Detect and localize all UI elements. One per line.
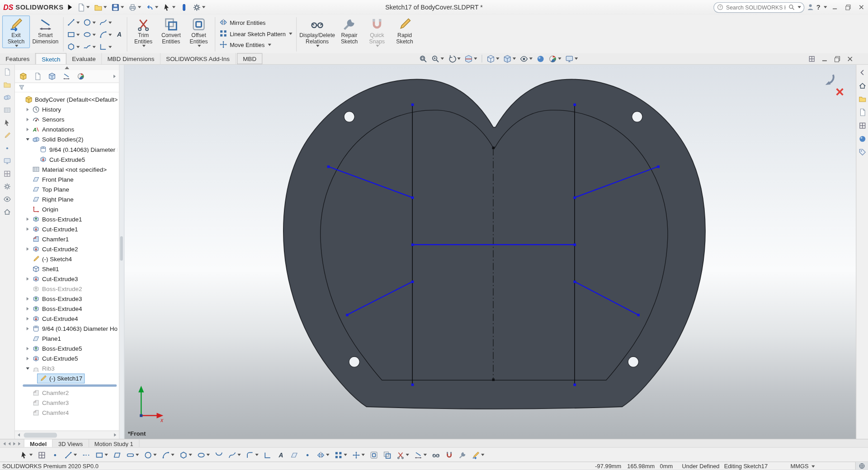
tree-item-chamfer1[interactable]: Chamfer1 xyxy=(15,234,119,244)
menu-flyout-arrow[interactable] xyxy=(68,5,72,10)
units-dropdown-icon[interactable] xyxy=(811,465,815,468)
hole-bottom-right[interactable] xyxy=(628,357,638,367)
collapse-panel-button[interactable] xyxy=(15,65,119,70)
view-settings-dropdown-icon[interactable] xyxy=(575,57,578,60)
text-tool-button[interactable]: A xyxy=(114,29,124,41)
left-strip-home-tool-button[interactable] xyxy=(2,207,12,216)
splitter-grip[interactable] xyxy=(120,236,123,261)
tree-item-annotations[interactable]: AAnnotations xyxy=(15,125,119,135)
scrollbar-thumb[interactable] xyxy=(24,432,57,437)
tree-item-chamfer3[interactable]: Chamfer3 xyxy=(15,398,119,408)
rect-tool-dropdown-icon[interactable] xyxy=(76,33,80,36)
tree-item-top-plane[interactable]: Top Plane xyxy=(15,184,119,194)
corner-tool-button[interactable] xyxy=(98,41,113,53)
previous-tab-icon[interactable] xyxy=(8,442,10,445)
new-document-button[interactable] xyxy=(75,2,91,12)
display-style-button[interactable] xyxy=(502,54,517,63)
display-delete-dropdown-icon[interactable] xyxy=(316,45,319,47)
convert-entities-button[interactable]: Convert Entities xyxy=(157,15,185,45)
circle-button[interactable] xyxy=(143,450,158,460)
tab-model[interactable]: Model xyxy=(24,439,53,447)
tree-item-origin[interactable]: Origin xyxy=(15,204,119,214)
left-strip-select-tool-button[interactable] xyxy=(2,118,12,127)
spline-button[interactable] xyxy=(227,450,242,460)
straight-slot-dropdown-icon[interactable] xyxy=(136,454,139,456)
close-document-button[interactable] xyxy=(845,55,855,63)
solidworks-resources-button[interactable] xyxy=(857,81,867,90)
help-search-box[interactable]: ? xyxy=(713,2,804,12)
scroll-left-button[interactable] xyxy=(15,431,23,438)
expand-icon[interactable] xyxy=(26,247,28,250)
hole-bottom-left[interactable] xyxy=(349,357,359,367)
scrollbar-track[interactable] xyxy=(23,431,111,438)
view-settings-button[interactable] xyxy=(564,54,579,63)
minimize-document-button[interactable] xyxy=(820,55,829,63)
edit-appearance-button[interactable] xyxy=(535,54,546,63)
quick-snaps-button[interactable]: Quick Snaps xyxy=(363,15,391,48)
corner-tool-dropdown-icon[interactable] xyxy=(108,46,112,48)
expand-icon[interactable] xyxy=(26,347,28,350)
arc-tool-dropdown-icon[interactable] xyxy=(108,33,112,36)
line-tool-button[interactable] xyxy=(66,17,81,28)
undo-button[interactable] xyxy=(144,2,160,12)
move-entities-button[interactable] xyxy=(351,450,366,460)
left-strip-edit-tool-button[interactable] xyxy=(2,131,12,140)
trim-dropdown-icon[interactable] xyxy=(142,45,146,47)
expand-icon[interactable] xyxy=(26,357,28,360)
propertymanager-tab[interactable] xyxy=(33,72,42,81)
tree-item-cut-extrude5[interactable]: Cut-Extrude5 xyxy=(15,155,119,164)
maximize-window-button[interactable] xyxy=(843,2,854,13)
tree-item-plane1[interactable]: Plane1 xyxy=(15,334,119,343)
linear-sketch-pattern-button[interactable]: Linear Sketch Pattern xyxy=(217,29,294,38)
tab-solidworks-add-ins[interactable]: SOLIDWORKS Add-Ins xyxy=(160,53,236,64)
hole-top-left[interactable] xyxy=(344,112,354,122)
tab-sketch[interactable]: Sketch xyxy=(36,53,66,64)
design-library-button[interactable] xyxy=(857,94,867,103)
tree-item-rib3[interactable]: Rib3 xyxy=(15,363,119,373)
section-view-button[interactable] xyxy=(463,54,478,63)
point-button[interactable] xyxy=(302,450,313,460)
search-dropdown-icon[interactable] xyxy=(797,6,801,8)
move-entities-dropdown-icon[interactable] xyxy=(268,43,271,46)
tree-item-sketch4[interactable]: (-) Sketch4 xyxy=(15,254,119,264)
convert-entities-button[interactable] xyxy=(382,450,392,460)
exit-sketch-dropdown-icon[interactable] xyxy=(481,454,484,456)
view-orientation-dropdown-icon[interactable] xyxy=(496,57,499,60)
ellipse-tool-button[interactable] xyxy=(82,29,97,41)
print-dropdown-icon[interactable] xyxy=(138,6,141,8)
tree-item-9-64-0-14063-diameter-hole[interactable]: 9/64 (0.14063) Diameter Hole. xyxy=(15,145,119,155)
exit-sketch-confirm-icon[interactable] xyxy=(821,72,836,87)
corner-rectangle-button[interactable] xyxy=(94,450,109,460)
save-button[interactable] xyxy=(109,2,126,12)
tree-item-boss-extrude2[interactable]: Boss-Extrude2 xyxy=(15,284,119,294)
tree-item-boss-extrude1[interactable]: Boss-Extrude1 xyxy=(15,214,119,224)
tree-filter-bar[interactable] xyxy=(15,83,119,93)
expand-icon[interactable] xyxy=(26,277,28,280)
ellipse-button[interactable] xyxy=(196,450,211,460)
tab-motion-study-1[interactable]: Motion Study 1 xyxy=(89,439,139,447)
search-icon[interactable] xyxy=(788,4,795,11)
hide-show-items-dropdown-icon[interactable] xyxy=(529,57,533,60)
line-button[interactable] xyxy=(63,450,78,460)
tab-evaluate[interactable]: Evaluate xyxy=(66,53,102,64)
expand-icon[interactable] xyxy=(26,128,28,131)
tree-item-right-plane[interactable]: Right Plane xyxy=(15,194,119,204)
tab-features[interactable]: Features xyxy=(0,53,36,64)
left-strip-clipboard-button[interactable] xyxy=(2,106,12,115)
section-view-dropdown-icon[interactable] xyxy=(474,57,477,60)
previous-view-button[interactable] xyxy=(447,54,462,63)
trim-entities-button[interactable]: Trim Entities xyxy=(130,15,157,48)
ellipse-dropdown-icon[interactable] xyxy=(207,454,210,456)
move-entities-dropdown-icon[interactable] xyxy=(362,454,365,456)
left-strip-open-folder-button[interactable] xyxy=(2,80,12,89)
left-strip-settings-tool-button[interactable] xyxy=(2,182,12,191)
tree-item-solid-bodies-2[interactable]: Solid Bodies(2) xyxy=(15,135,119,145)
file-explorer-button[interactable] xyxy=(857,108,867,117)
zoom-to-area-button[interactable] xyxy=(430,54,445,63)
status-web-tile[interactable] xyxy=(855,462,868,470)
expand-icon[interactable] xyxy=(26,297,28,301)
panel-splitter[interactable] xyxy=(119,65,124,439)
sketch-fillet-button[interactable] xyxy=(245,450,259,460)
select-dropdown-icon[interactable] xyxy=(172,6,175,8)
reference-plane-button[interactable] xyxy=(289,450,299,460)
